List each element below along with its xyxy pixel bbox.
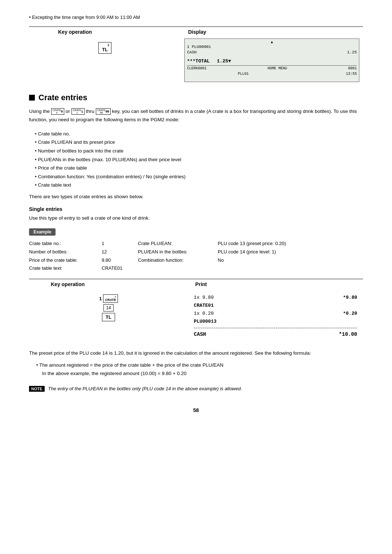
crate-key: # CRATE (103, 294, 118, 303)
ex-value2-2: PLU code 14 (price level: 1) (218, 248, 363, 256)
display-row1: 1 PLU00001 (187, 44, 357, 50)
pr-label-3: 1x 0.20 (194, 310, 214, 318)
tl-label-print: TL (104, 314, 113, 320)
display-footer2: PLL01 13:55 (187, 72, 357, 76)
ex-value-2: 12 (102, 248, 138, 256)
page-number: 58 (29, 407, 363, 413)
crate-key-label: CRATE (105, 298, 116, 302)
print-key-inner: 1 # CRATE 14 TL (29, 291, 188, 325)
formula-indent: In the above example, the registered amo… (29, 370, 363, 378)
bullet-4: PLU/EANs in the bottles (max. 10 PLU/EAN… (35, 156, 363, 164)
formula-bullet-1: The amount registered = the price of the… (36, 361, 363, 370)
print-section: Key operation 1 # CRATE 14 TL Print 1x 9… (29, 279, 363, 342)
print-output-col: Print 1x 9.80 *9.80 CRATE01 1x 0.20 *0.2… (188, 279, 363, 342)
crate-section-header: Crate entries (29, 93, 363, 102)
pr-label-1: 1x 9.80 (194, 294, 214, 302)
display-cash-label: CASH (187, 50, 196, 55)
pr-total-label: CASH (194, 330, 206, 339)
pr-total-row: CASH *10.00 (194, 330, 357, 339)
display-pll: PLL01 (238, 72, 249, 76)
bullet-2: Crate PLU/EAN and its preset price (35, 138, 363, 146)
example-box: Example (29, 228, 56, 236)
crate-key-badge-3: CRATE99 99 (96, 108, 111, 115)
example-table: Crate table no.: 1 Crate PLU/EAN: PLU co… (29, 240, 363, 272)
print-header: Print (188, 281, 363, 287)
bullet-1: Crate table no. (35, 130, 363, 138)
crate-bullets: Crate table no. Crate PLU/EAN and its pr… (29, 130, 363, 189)
tl-key-print: TL (102, 313, 115, 321)
display-code: 0001 (348, 66, 357, 70)
ex-label-4: Crate table text: (29, 265, 102, 272)
section-square-icon (29, 95, 35, 101)
display-footer: CLERK0001 HOME MENU 0001 (187, 65, 357, 70)
ex-label-3: Price of the crate table: (29, 257, 102, 264)
pr-value-3: *0.20 (343, 310, 357, 318)
display-screen: ▲ 1 PLU00001 CASH 1.25 ***TOTAL 1.25▼ CL… (184, 38, 359, 82)
pr-row-3: 1x 0.20 *0.20 (194, 310, 357, 318)
note-label: NOTE (29, 386, 45, 392)
ex-empty-2 (218, 265, 363, 272)
crate-key-top: # (105, 296, 116, 298)
pr-plu-label: PLU00013 (194, 319, 216, 324)
ex-label-2: Number of bottles: (29, 248, 102, 256)
tl-key-label: TL (101, 47, 109, 52)
bullet-7: Crate table text (35, 181, 363, 189)
crate-key-badge-1: CRATE# 9 (51, 108, 64, 115)
bullet-5: Price of the crate table (35, 164, 363, 172)
crate-intro: Using the CRATE# 9 or CRATE1 1 thru CRAT… (29, 107, 363, 124)
display-cash-value: 1.25 (347, 50, 357, 55)
formula-bullets: The amount registered = the price of the… (29, 361, 363, 370)
pr-crate-label: CRATE01 (194, 303, 214, 308)
display-row1-label: 1 PLU00001 (187, 44, 211, 50)
display-total-label: ***TOTAL (187, 58, 209, 64)
tl-key: 1 TL (98, 42, 111, 54)
display-clerk: CLERK0001 (187, 66, 207, 70)
bullet-3: Number of bottles to pack into the crate (35, 147, 363, 155)
ex-label2-3: Combination function: (138, 257, 218, 264)
crate-section-title: Crate entries (38, 93, 87, 102)
display-row2: CASH 1.25 (187, 50, 357, 55)
bullet-6: Combination function: Yes (combination e… (35, 173, 363, 181)
single-entries-heading: Single entries (29, 206, 363, 212)
key-operation-header: Key operation (29, 29, 181, 35)
display-time: 13:55 (346, 72, 357, 76)
ex-value-1: 1 (102, 240, 138, 248)
display-col: Display ▲ 1 PLU00001 CASH 1.25 ***TOTAL … (181, 27, 363, 82)
pr-row-plu: PLU00013 (194, 318, 357, 326)
ex-value-4: CRATE01 (102, 265, 138, 272)
ex-empty-1 (138, 265, 218, 272)
single-entries-desc: Use this type of entry to sell a crate o… (29, 214, 363, 223)
crate-key-badge-2: CRATE1 1 (72, 108, 85, 115)
print-key-operation-header: Key operation (29, 281, 188, 287)
num-prefix: 1 (99, 296, 102, 301)
pr-value-1: *9.80 (343, 294, 357, 302)
ex-value2-1: PLU code 13 (preset price: 0.20) (218, 240, 363, 248)
ex-value2-3: No (218, 257, 363, 264)
pr-total-value: *10.00 (339, 330, 357, 339)
num-key-14: 14 (103, 304, 114, 311)
tl-key-container: 1 TL (29, 38, 181, 57)
display-arrow: ▲ (187, 40, 357, 44)
display-header: Display (181, 29, 363, 35)
ex-label2-1: Crate PLU/EAN: (138, 240, 218, 248)
display-home-menu: HOME MENU (268, 66, 287, 70)
pr-divider (194, 328, 357, 328)
pr-row-1: 1x 9.80 *9.80 (194, 294, 357, 302)
intro-note: • Excepting the time range from 9:00 AM … (29, 15, 363, 20)
ex-label2-2: PLU/EAN in the bottles: (138, 248, 218, 256)
crate-intro-text: Using the CRATE# 9 or CRATE1 1 thru CRAT… (29, 107, 363, 124)
body-para-1: The preset price of the PLU code 14 is 1… (29, 349, 363, 358)
top-two-col: Key operation 1 TL Display ▲ 1 PLU00001 … (29, 27, 363, 82)
tl-key-small: 1 (101, 44, 109, 47)
ex-label-1: Crate table no.: (29, 240, 102, 248)
note-text: The entry of the PLU/EAN in the bottles … (48, 385, 242, 393)
crate-key-group: 1 # CRATE (99, 294, 118, 303)
two-types-text: There are two types of crate entries as … (29, 193, 363, 201)
ex-value-3: 9.80 (102, 257, 138, 264)
pr-row-crate: CRATE01 (194, 302, 357, 310)
print-key-col: Key operation 1 # CRATE 14 TL (29, 279, 188, 325)
note-box: NOTE The entry of the PLU/EAN in the bot… (29, 385, 363, 393)
display-total: ***TOTAL 1.25▼ (187, 58, 357, 64)
display-total-value: 1.25▼ (217, 58, 231, 64)
print-receipt: 1x 9.80 *9.80 CRATE01 1x 0.20 *0.20 PLU0… (188, 291, 363, 342)
